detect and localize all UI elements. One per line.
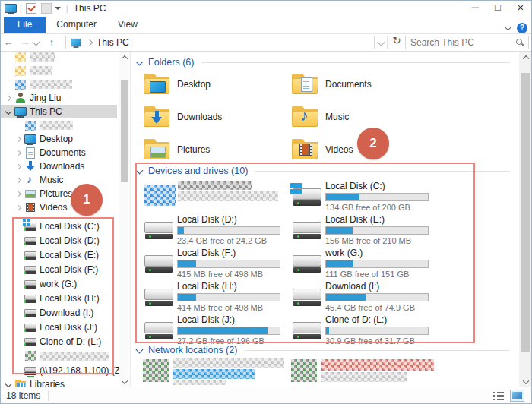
scroll-up-icon[interactable] [519,52,532,63]
sidebar-item-local-disk-c[interactable]: Local Disk (C:) [0,219,117,233]
chevron-right-icon[interactable] [87,39,93,46]
drive-tile-clone-of-d-l[interactable]: Clone of D: (L:) 30.9 GB free of 31.7 GB [291,314,439,347]
expand-chevron-icon[interactable] [14,162,24,172]
folder-tile-desktop[interactable]: Desktop [143,68,291,100]
expand-chevron-icon[interactable] [14,203,24,213]
sidebar-item-downloads[interactable]: Downloads [0,159,117,173]
expand-chevron-icon[interactable] [14,322,24,332]
scroll-down-icon[interactable] [119,376,130,387]
folder-tile-pictures[interactable]: Pictures [143,133,291,166]
drive-tile-local-disk-e[interactable]: Local Disk (E:) 156 MB free of 210 MB [291,213,439,247]
address-dropdown-icon[interactable] [377,38,385,46]
expand-chevron-icon[interactable] [4,93,14,103]
folder-tile-music[interactable]: Music [291,100,439,133]
sidebar-item-work-g[interactable]: work (G:) [0,276,117,291]
sidebar-item-jing-liu[interactable]: Jing Liu [0,91,117,105]
expand-chevron-icon[interactable] [14,336,24,346]
sidebar-item-local-disk-j[interactable]: Local Disk (J:) [0,320,117,334]
sidebar-item-label: Desktop [40,134,73,144]
search-input[interactable] [406,37,515,48]
network-location-tile[interactable] [291,358,439,387]
close-button[interactable]: × [509,0,532,17]
expand-chevron-icon[interactable] [14,134,24,144]
sidebar-item-local-disk-h[interactable]: Local Disk (H:) [0,291,117,305]
collapse-section-icon[interactable] [136,166,144,174]
sidebar-item-blurred[interactable] [0,52,117,64]
section-rule [201,62,510,63]
expand-chevron-icon[interactable] [14,365,24,375]
sidebar-item-blurred[interactable] [0,64,117,77]
drive-tile-download-i[interactable]: Download (I:) 45.4 GB free of 74.9 GB [291,280,439,314]
drive-tile-local-disk-f[interactable]: Local Disk (F:) 415 MB free of 498 MB [143,247,291,280]
tab-view[interactable]: View [107,17,148,33]
up-button[interactable]: ↑ [43,35,60,50]
minimize-button[interactable]: ─ [464,0,486,17]
expand-chevron-icon[interactable] [14,279,24,289]
scrollbar-thumb[interactable] [121,80,128,182]
expand-chevron-icon[interactable] [14,264,24,274]
sidebar-item-blurred[interactable] [0,118,117,132]
expand-chevron-icon[interactable] [14,148,24,158]
scrollbar-thumb[interactable] [521,73,530,352]
sidebar-item-local-disk-d[interactable]: Local Disk (D:) [0,233,117,248]
drive-tile-blurred[interactable] [143,180,291,213]
scroll-up-icon[interactable] [119,52,130,63]
expand-chevron-icon[interactable] [14,351,24,361]
sidebar-item-192-168-1-100-z[interactable]: (\\192.168.1.100) (Z:) [0,363,117,377]
folder-tile-documents[interactable]: Documents [291,68,439,100]
expand-chevron-icon[interactable] [14,293,24,303]
drive-tile-work-g[interactable]: work (G:) 111 GB free of 151 GB [291,247,439,280]
sidebar-item-music[interactable]: Music [0,173,117,187]
expand-chevron-icon[interactable] [4,66,14,76]
expand-chevron-icon[interactable] [14,308,24,317]
expand-chevron-icon[interactable] [14,121,24,131]
breadcrumb[interactable]: This PC [65,36,375,49]
main-scrollbar[interactable] [519,52,532,387]
expand-chevron-icon[interactable] [14,250,24,260]
sidebar-item-desktop[interactable]: Desktop [0,132,117,146]
recent-locations-dropdown-icon[interactable] [33,38,40,46]
collapse-section-icon[interactable] [136,58,144,65]
back-button[interactable]: ← [0,35,17,50]
sidebar-item-this-pc[interactable]: This PC [0,105,117,118]
help-button[interactable]: ? [517,23,527,33]
drive-tile-local-disk-d[interactable]: Local Disk (D:) 23.4 GB free of 24.2 GB [143,213,291,247]
drive-icon [293,186,321,207]
expand-chevron-icon[interactable] [14,175,24,185]
tab-file[interactable]: File [4,17,46,33]
thumbnails-view-button[interactable] [510,390,524,402]
sidebar-item-clone-of-d-l[interactable]: Clone of D: (L:) [0,334,117,349]
details-view-button[interactable] [493,391,505,400]
sidebar-item-blurred[interactable] [0,77,117,91]
breadcrumb-location[interactable]: This PC [97,37,129,48]
forward-button[interactable]: → [17,35,33,50]
sidebar-item-blurred[interactable] [0,349,117,363]
search-icon[interactable] [515,38,524,47]
expand-chevron-icon[interactable] [14,235,24,245]
expand-chevron-icon[interactable] [4,80,14,90]
qat-new-folder-button[interactable] [41,3,52,14]
ribbon-collapse-icon[interactable] [505,24,512,31]
sidebar-item-local-disk-e[interactable]: Local Disk (E:) [0,248,117,262]
search-box[interactable] [405,36,529,49]
sidebar-item-local-disk-f[interactable]: Local Disk (F:) [0,262,117,276]
sidebar-item-documents[interactable]: Documents [0,146,117,159]
pictures-folder [150,147,166,158]
refresh-button[interactable]: ↻ [390,35,404,46]
scroll-down-icon[interactable] [519,376,532,387]
expand-chevron-icon[interactable] [14,189,24,199]
expand-chevron-icon[interactable] [4,52,14,62]
sidebar-scrollbar[interactable] [119,52,130,387]
collapse-section-icon[interactable] [136,346,144,353]
drive-tile-local-disk-h[interactable]: Local Disk (H:) 414 MB free of 498 MB [143,280,291,314]
drive-tile-local-disk-j[interactable]: Local Disk (J:) 27.2 GB free of 196 GB [143,314,291,347]
folder-tile-downloads[interactable]: Downloads [143,100,291,133]
tab-computer[interactable]: Computer [46,17,107,33]
maximize-button[interactable]: □ [486,0,509,17]
network-location-tile[interactable] [143,358,291,387]
qat-customize-dropdown-icon[interactable] [55,7,61,10]
sidebar-item-download-i[interactable]: Download (I:) [0,305,117,320]
drive-tile-local-disk-c[interactable]: Local Disk (C:) 134 GB free of 200 GB [291,180,439,213]
expand-chevron-icon[interactable] [4,107,14,117]
qat-properties-button[interactable] [26,3,36,14]
